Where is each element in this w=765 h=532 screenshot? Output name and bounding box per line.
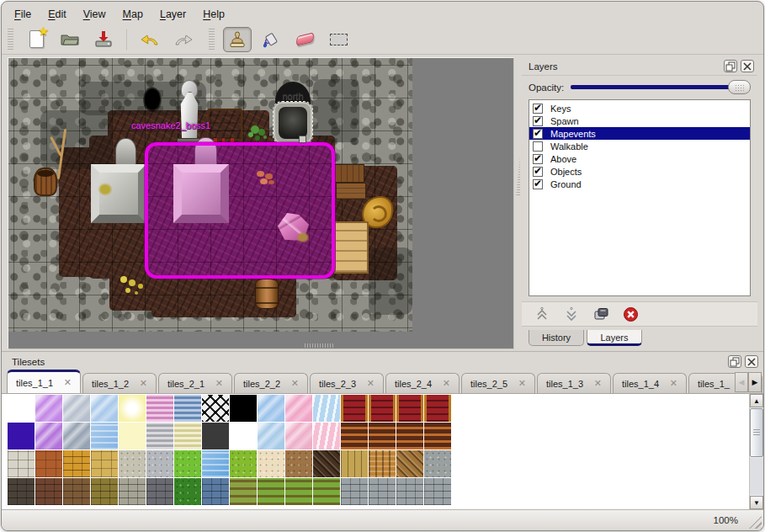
tileset-tab-tiles_2_5[interactable]: tiles_2_5✕ <box>461 373 535 393</box>
scrollbar-track[interactable] <box>750 458 763 495</box>
tab-close-icon[interactable]: ✕ <box>140 378 147 389</box>
close-panel-button[interactable] <box>745 355 758 368</box>
raise-layer-button[interactable] <box>534 306 550 322</box>
tile-swatch[interactable] <box>230 395 257 422</box>
tab-close-icon[interactable]: ✕ <box>215 378 223 389</box>
horizontal-splitter-handle[interactable] <box>305 343 333 348</box>
tile-swatch[interactable] <box>424 450 451 477</box>
tile-palette[interactable] <box>8 395 748 509</box>
tile-swatch[interactable] <box>369 478 396 505</box>
resize-grip[interactable] <box>749 516 762 529</box>
tile-swatch[interactable] <box>369 450 396 477</box>
tile-swatch[interactable] <box>119 450 146 477</box>
menu-item-edit[interactable]: Edit <box>40 6 74 24</box>
open-button[interactable] <box>56 27 84 52</box>
tile-swatch[interactable] <box>202 450 229 477</box>
layer-row-objects[interactable]: ✔Objects <box>529 165 750 178</box>
tileset-tab-tiles_2_3[interactable]: tiles_2_3✕ <box>310 373 384 393</box>
tileset-tab-tiles_2_2[interactable]: tiles_2_2✕ <box>234 373 308 393</box>
tileset-tab-tiles_2_4[interactable]: tiles_2_4✕ <box>385 373 460 393</box>
tile-swatch[interactable] <box>202 478 229 505</box>
tile-swatch[interactable] <box>396 478 423 505</box>
tile-swatch[interactable] <box>258 450 284 477</box>
palette-scrollbar[interactable]: ▲ ▼ <box>749 394 763 509</box>
close-panel-button[interactable] <box>741 60 754 72</box>
tile-swatch[interactable] <box>396 395 423 422</box>
layer-row-above[interactable]: ✔Above <box>529 152 750 165</box>
tile-swatch[interactable] <box>63 450 90 477</box>
tile-swatch[interactable] <box>8 478 35 505</box>
event-selection-rectangle[interactable] <box>145 142 335 279</box>
layer-row-ground[interactable]: ✔Ground <box>529 178 750 190</box>
tile-swatch[interactable] <box>8 423 35 450</box>
cave-entrance-tile[interactable] <box>274 102 312 144</box>
tile-swatch[interactable] <box>91 450 118 477</box>
tile-swatch[interactable] <box>119 395 146 422</box>
opacity-slider-handle[interactable] <box>728 80 751 94</box>
tile-swatch[interactable] <box>369 395 396 422</box>
tile-swatch[interactable] <box>35 450 62 477</box>
opacity-slider[interactable] <box>571 80 751 94</box>
vertical-splitter-handle[interactable] <box>516 157 520 197</box>
menu-item-layer[interactable]: Layer <box>152 6 194 24</box>
float-panel-button[interactable] <box>728 355 741 368</box>
float-panel-button[interactable] <box>724 60 737 72</box>
tab-close-icon[interactable]: ✕ <box>367 378 375 389</box>
tab-close-icon[interactable]: ✕ <box>291 378 299 389</box>
layer-row-mapevents[interactable]: ✔Mapevents <box>529 127 750 140</box>
opacity-slider-track[interactable] <box>571 85 748 89</box>
tile-swatch[interactable] <box>202 395 229 422</box>
scroll-tabs-right-button[interactable]: ▶ <box>748 372 762 392</box>
layer-row-keys[interactable]: ✔Keys <box>529 102 750 114</box>
tile-swatch[interactable] <box>424 478 451 505</box>
tile-swatch[interactable] <box>341 478 368 505</box>
layer-visible-checkbox-checked[interactable]: ✔ <box>533 154 543 164</box>
tile-swatch[interactable] <box>341 423 368 450</box>
tile-swatch[interactable] <box>313 423 340 450</box>
tileset-tab-tiles_2_1[interactable]: tiles_2_1✕ <box>158 373 232 393</box>
tile-swatch[interactable] <box>396 423 423 450</box>
tile-swatch[interactable] <box>35 478 62 505</box>
new-file-button[interactable]: ★ <box>22 27 50 52</box>
tile-swatch[interactable] <box>119 478 146 505</box>
tile-swatch[interactable] <box>285 450 312 477</box>
tile-swatch[interactable] <box>424 423 451 450</box>
map-viewport[interactable]: north cavesnake2_boss1 <box>8 57 514 349</box>
save-button[interactable] <box>89 27 118 52</box>
tile-swatch[interactable] <box>258 423 284 450</box>
layer-visible-checkbox-checked[interactable]: ✔ <box>533 104 543 114</box>
tile-swatch[interactable] <box>369 423 396 450</box>
layer-row-walkable[interactable]: Walkable <box>529 140 750 152</box>
scroll-tabs-left-button[interactable]: ◀ <box>735 372 748 392</box>
tile-swatch[interactable] <box>146 478 173 505</box>
tile-swatch[interactable] <box>424 395 451 422</box>
tile-swatch[interactable] <box>396 450 423 477</box>
tab-close-icon[interactable]: ✕ <box>443 378 450 389</box>
layer-list[interactable]: ✔Keys✔Spawn✔MapeventsWalkable✔Above✔Obje… <box>529 99 751 296</box>
dock-tab-layers[interactable]: Layers <box>587 330 642 346</box>
tile-swatch[interactable] <box>174 395 201 422</box>
duplicate-layer-button[interactable] <box>592 306 609 322</box>
tab-close-icon[interactable]: ✕ <box>594 378 602 389</box>
layer-row-spawn[interactable]: ✔Spawn <box>529 114 750 127</box>
redo-button[interactable] <box>169 27 198 52</box>
tile-swatch[interactable] <box>91 423 118 450</box>
scrollbar-thumb[interactable] <box>750 408 763 457</box>
menu-item-view[interactable]: View <box>76 6 114 24</box>
tile-swatch[interactable] <box>285 395 312 422</box>
tile-swatch[interactable] <box>174 478 201 505</box>
tile-swatch[interactable] <box>119 423 146 450</box>
event-handle-square[interactable] <box>299 136 306 143</box>
toolbar-drag-handle[interactable] <box>209 29 215 51</box>
rect-select-tool-button[interactable] <box>324 27 353 52</box>
tileset-tab-tiles_1_1[interactable]: tiles_1_1✕ <box>7 370 81 393</box>
tile-swatch[interactable] <box>146 450 173 477</box>
stamp-tool-button[interactable] <box>223 27 252 52</box>
tile-swatch[interactable] <box>63 423 90 450</box>
tile-swatch[interactable] <box>258 478 284 505</box>
menu-item-help[interactable]: Help <box>195 6 232 24</box>
tile-swatch[interactable] <box>91 395 118 422</box>
tile-swatch[interactable] <box>313 395 340 422</box>
dock-tab-history[interactable]: History <box>529 330 584 346</box>
lower-layer-button[interactable] <box>563 306 580 322</box>
